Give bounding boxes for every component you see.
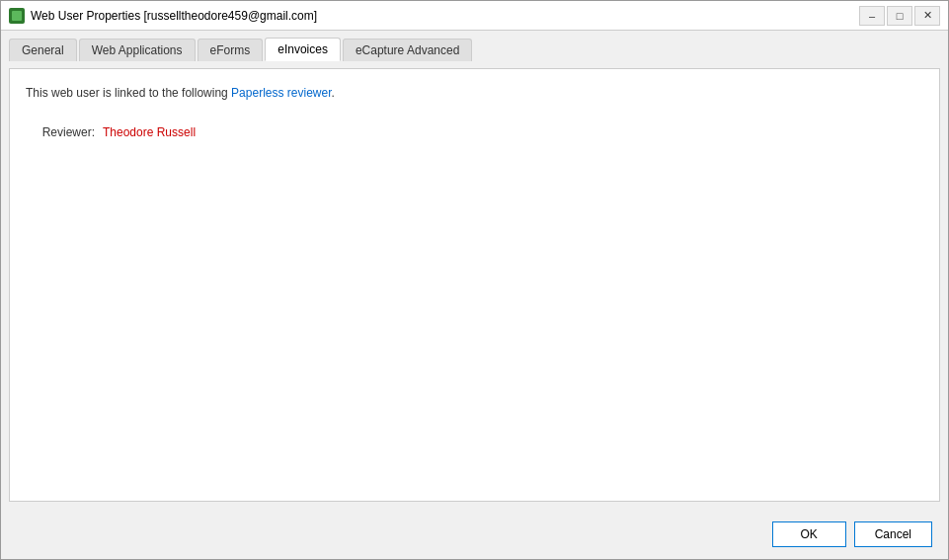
title-bar-controls: – □ ✕ — [859, 6, 940, 26]
reviewer-row: Reviewer: Theodore Russell — [26, 125, 923, 139]
tab-general[interactable]: General — [9, 39, 77, 61]
info-text-after-link: . — [332, 86, 335, 100]
maximize-button[interactable]: □ — [887, 6, 912, 26]
cancel-button[interactable]: Cancel — [854, 521, 932, 547]
window-title: Web User Properties [russelltheodore459@… — [31, 9, 317, 23]
tab-ecapture-advanced[interactable]: eCapture Advanced — [343, 39, 472, 61]
tab-eforms[interactable]: eForms — [198, 39, 264, 61]
minimize-button[interactable]: – — [859, 6, 885, 26]
title-bar-left: Web User Properties [russelltheodore459@… — [9, 8, 317, 24]
bottom-bar: OK Cancel — [1, 510, 948, 559]
tab-einvoices-label: eInvoices — [277, 42, 328, 56]
paperless-reviewer-link[interactable]: Paperless reviewer — [231, 86, 331, 100]
content-area: This web user is linked to the following… — [1, 60, 948, 510]
tab-ecapture-advanced-label: eCapture Advanced — [356, 43, 459, 57]
reviewer-label: Reviewer: — [26, 125, 95, 139]
info-text-before-link: This web user is linked to the following — [26, 86, 231, 100]
tab-web-applications[interactable]: Web Applications — [79, 39, 196, 61]
tab-einvoices[interactable]: eInvoices — [265, 38, 341, 61]
einvoices-panel: This web user is linked to the following… — [9, 68, 940, 502]
reviewer-name: Theodore Russell — [103, 125, 196, 139]
close-button[interactable]: ✕ — [914, 6, 940, 26]
tab-eforms-label: eForms — [210, 43, 251, 57]
info-text: This web user is linked to the following… — [26, 85, 923, 102]
ok-button[interactable]: OK — [772, 521, 846, 547]
tab-general-label: General — [22, 43, 64, 57]
title-bar: Web User Properties [russelltheodore459@… — [1, 1, 948, 31]
tab-bar: General Web Applications eForms eInvoice… — [1, 31, 948, 60]
main-window: Web User Properties [russelltheodore459@… — [0, 0, 949, 560]
app-icon — [9, 8, 25, 24]
tab-web-applications-label: Web Applications — [92, 43, 183, 57]
